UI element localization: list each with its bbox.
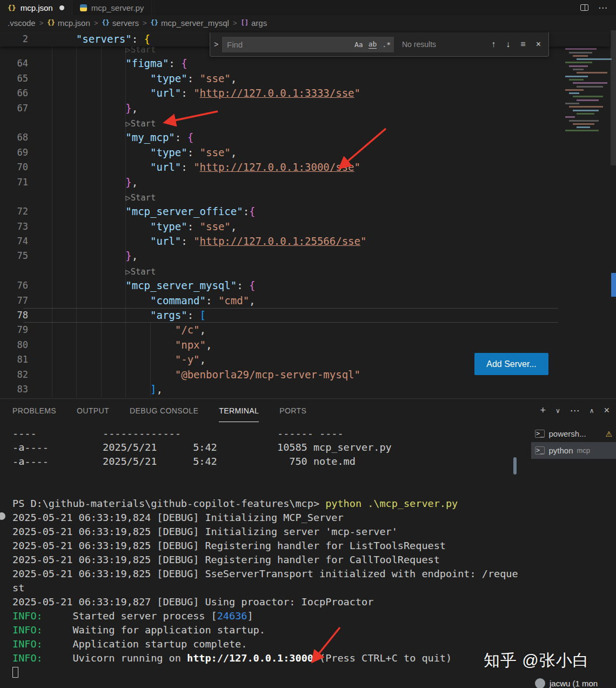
minimap[interactable]	[563, 31, 610, 168]
token: {	[181, 57, 187, 69]
new-terminal-icon[interactable]: +	[540, 405, 546, 416]
editor-tab-mcp.json[interactable]: {}mcp.json	[0, 0, 72, 15]
code-text: "url": "http://127.0.0.1:3000/sse"	[51, 160, 360, 175]
token: INFO:	[12, 652, 43, 664]
terminal-list-item-powersh[interactable]: >_powersh...⚠	[531, 425, 616, 442]
url-link[interactable]: http://127.0.0.1:3333/sse	[200, 87, 354, 99]
terminal-dropdown-icon[interactable]: ∨	[555, 407, 560, 415]
regex-icon[interactable]: .*	[382, 41, 391, 49]
breadcrumb-item-mcp.json[interactable]: {}mcp.json	[47, 18, 90, 28]
token[interactable]: ▷	[125, 119, 130, 129]
terminal-list-item-python[interactable]: >_pythonmcp	[531, 442, 616, 459]
token: "args"	[150, 309, 188, 321]
token	[51, 102, 125, 114]
find-in-selection-icon[interactable]: ≡	[520, 39, 525, 49]
editor[interactable]: ▷Start64 "figma": {65 "type": "sse",66 "…	[0, 30, 616, 398]
panel-tab-ports[interactable]: PORTS	[279, 399, 306, 422]
terminal-line: INFO: Application startup complete.	[12, 637, 513, 651]
terminal-line: ---- ------------- ------ ----	[12, 426, 513, 440]
match-case-icon[interactable]: Aa	[354, 41, 363, 49]
token: "	[193, 161, 199, 173]
token: INFO:	[12, 638, 43, 650]
token[interactable]: Start	[131, 119, 156, 129]
terminal-line: 2025-05-21 06:33:19,825 [DEBUG] SseServe…	[12, 567, 513, 581]
find-results: No results	[402, 40, 491, 49]
token[interactable]: Start	[131, 193, 156, 203]
tab-bar: {}mcp.jsonmcp_server.py ⋯	[0, 0, 616, 15]
code-text: "-y",	[51, 352, 206, 367]
token: "my_mcp"	[125, 131, 175, 143]
minimap-line	[577, 86, 603, 88]
token	[51, 131, 125, 143]
token	[51, 221, 150, 232]
avatar	[535, 678, 545, 688]
find-close-icon[interactable]: ×	[536, 39, 541, 49]
panel-tab-output[interactable]: OUTPUT	[77, 399, 109, 422]
token: -a---- 2025/5/21 5:42 750 note.md	[12, 456, 356, 467]
token: "cmd"	[218, 295, 249, 306]
editor-scrollbar[interactable]	[610, 30, 616, 398]
codelens-start-row[interactable]: ▷Start	[0, 190, 610, 204]
find-previous-icon[interactable]: ↑	[491, 39, 496, 49]
whole-word-icon[interactable]: ab	[369, 40, 377, 49]
find-next-icon[interactable]: ↓	[506, 39, 510, 49]
token	[51, 72, 150, 84]
code-text: "type": "sse",	[51, 219, 237, 234]
url-link[interactable]: http://127.0.0.1:3000/sse	[200, 161, 354, 173]
line-number: 69	[0, 145, 28, 160]
panel-more-icon[interactable]: ⋯	[570, 405, 580, 417]
code-text: ▷Start	[51, 190, 156, 204]
token: {	[249, 279, 255, 291]
panel-close-icon[interactable]: ×	[604, 405, 610, 416]
token	[51, 235, 150, 247]
line-number	[0, 264, 28, 278]
line-number: 74	[0, 234, 28, 249]
terminal-output[interactable]: ---- ------------- ------ -----a---- 202…	[12, 426, 513, 679]
token: :	[188, 221, 200, 232]
panel-tab-problems[interactable]: PROBLEMS	[12, 399, 56, 422]
token: :	[206, 295, 218, 306]
token	[51, 146, 150, 158]
tab-bar-tabs: {}mcp.jsonmcp_server.py	[0, 0, 152, 15]
codelens-start-row[interactable]: ▷Start	[0, 264, 610, 278]
panel-tab-debug-console[interactable]: DEBUG CONSOLE	[130, 399, 198, 422]
more-actions-icon[interactable]: ⋯	[598, 2, 607, 14]
find-input[interactable]: Find Aa ab .*	[222, 37, 394, 52]
breadcrumb-item-args[interactable]: []args	[241, 18, 267, 28]
token[interactable]: ▷	[125, 193, 130, 203]
token	[51, 353, 175, 365]
panel-maximize-icon[interactable]: ∧	[590, 407, 594, 415]
editor-tab-mcp_server.py[interactable]: mcp_server.py	[72, 0, 152, 15]
line-number: 71	[0, 175, 28, 190]
breadcrumb-label: servers	[112, 18, 139, 28]
line-number: 76	[0, 278, 28, 293]
token: "url"	[150, 235, 181, 247]
bottom-panel: PROBLEMSOUTPUTDEBUG CONSOLETERMINALPORTS…	[0, 398, 616, 688]
terminal-scrollbar[interactable]	[513, 457, 517, 475]
split-editor-icon[interactable]	[580, 4, 588, 11]
terminal-line: INFO: Uvicorn running on http://127.0.0.…	[12, 651, 513, 665]
url-link[interactable]: http://127.0.0.1:25566/sse	[200, 235, 360, 247]
line-number: 70	[0, 160, 28, 175]
object-symbol-icon: {}	[102, 19, 109, 26]
minimap-line	[569, 106, 603, 108]
line-number: 79	[0, 323, 28, 337]
panel-tab-terminal[interactable]: TERMINAL	[219, 399, 259, 422]
token: "servers"	[76, 33, 132, 45]
token: "sse"	[200, 146, 231, 158]
toggle-replace-icon[interactable]: >	[210, 40, 222, 49]
breadcrumb-item-mcp_server_mysql[interactable]: {}mcp_server_mysql	[151, 18, 229, 28]
line-number: 82	[0, 368, 28, 382]
scrollbar-thumb[interactable]	[611, 30, 616, 165]
code-text: "/c",	[51, 323, 206, 337]
minimap-line	[565, 89, 584, 91]
token: "command"	[150, 295, 206, 306]
breadcrumb-item-servers[interactable]: {}servers	[102, 18, 139, 28]
page-footer: jacwu (1 mon	[535, 678, 598, 688]
chevron-right-icon: >	[39, 19, 44, 27]
breadcrumb-item-.vscode[interactable]: .vscode	[8, 18, 36, 28]
add-server-button[interactable]: Add Server...	[474, 353, 548, 375]
token[interactable]: Start	[131, 267, 156, 277]
codelens-start-row[interactable]: ▷Start	[0, 116, 610, 130]
token[interactable]: ▷	[125, 267, 130, 277]
